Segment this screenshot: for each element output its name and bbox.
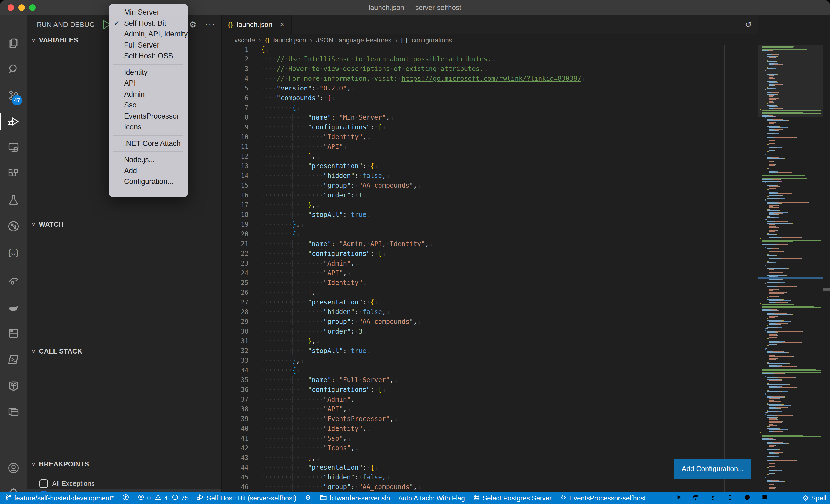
breadcrumb-item[interactable]: launch.json <box>274 36 306 44</box>
checkbox-unchecked[interactable] <box>39 479 48 488</box>
code-line[interactable]: 37················"Admin",↓ <box>222 395 758 404</box>
debug-settings-gear-icon[interactable]: ⚙ <box>189 15 196 34</box>
code-line[interactable]: 4····//·For·more·information,·visit:·htt… <box>222 74 758 83</box>
code-line[interactable]: 9············"configurations":·[↓ <box>222 122 758 132</box>
menu-item-min-server[interactable]: Min Server <box>109 7 188 18</box>
scrollbar-thumb[interactable] <box>823 289 830 291</box>
section-breakpoints[interactable]: ∨ BREAKPOINTS <box>27 458 221 470</box>
sidebar-more-actions-icon[interactable]: ··· <box>205 15 216 34</box>
code-line[interactable]: 41················"Sso",↓ <box>222 434 758 443</box>
menu-item-sso[interactable]: Sso <box>109 100 188 111</box>
code-line[interactable]: 18············"stopAll":·true↓ <box>222 210 758 220</box>
search-icon[interactable] <box>0 57 27 81</box>
code-line[interactable]: 15················"group":·"AA_compounds… <box>222 181 758 191</box>
code-line[interactable]: 23················"Admin",↓ <box>222 259 758 268</box>
postgresql-icon[interactable] <box>0 374 27 398</box>
breadcrumb-item[interactable]: configurations <box>412 36 452 44</box>
breadcrumb-item[interactable]: .vscode <box>233 36 255 44</box>
code-line[interactable]: 17············},↓ <box>222 200 758 210</box>
step-out-icon[interactable] <box>726 494 734 503</box>
code-line[interactable]: 20········{↓ <box>222 229 758 239</box>
code-line[interactable]: 40················"Identity",↓ <box>222 424 758 434</box>
code-area[interactable]: 1{↓2····//·Use·IntelliSense·to·learn·abo… <box>222 44 758 492</box>
tab-close-icon[interactable]: × <box>280 20 284 29</box>
code-line[interactable]: 13············"presentation":·{↓ <box>222 161 758 171</box>
minimap[interactable] <box>758 15 823 492</box>
extensions-icon[interactable] <box>0 162 27 186</box>
step-into-icon[interactable] <box>709 494 716 503</box>
code-line[interactable]: 26············],↓ <box>222 288 758 297</box>
run-and-debug-icon[interactable] <box>0 109 27 134</box>
menu-item-full-server[interactable]: Full Server <box>109 40 188 51</box>
add-configuration-button[interactable]: Add Configuration... <box>674 459 752 479</box>
account-icon[interactable] <box>0 456 27 480</box>
section-call-stack[interactable]: ∨ CALL STACK <box>27 345 221 357</box>
code-line[interactable]: 1{↓ <box>222 44 758 54</box>
code-line[interactable]: 14················"hidden":·false,↓ <box>222 171 758 181</box>
remote-explorer-icon[interactable] <box>0 136 27 160</box>
step-over-icon[interactable] <box>692 494 699 503</box>
menu-item-api[interactable]: API <box>109 78 188 89</box>
menu-item-self-host-oss[interactable]: Self Host: OSS <box>109 51 188 62</box>
breadcrumb-item[interactable]: JSON Language Features <box>316 36 391 44</box>
code-line[interactable]: 46················"group":·"AA_compounds… <box>222 482 758 492</box>
code-line[interactable]: 32············"stopAll":·true↓ <box>222 346 758 356</box>
status-item[interactable]: 4 <box>155 494 168 502</box>
code-line[interactable]: 29················"group":·"AA_compounds… <box>222 317 758 327</box>
overview-ruler[interactable] <box>823 15 830 492</box>
continue-icon[interactable] <box>674 494 682 503</box>
code-line[interactable]: 21············"name":·"Admin,·API,·Ident… <box>222 239 758 249</box>
menu-item-admin[interactable]: Admin <box>109 89 188 100</box>
menu-item-icons[interactable]: Icons <box>109 122 188 133</box>
status-item[interactable]: Self Host: Bit (server-selfhost) <box>197 494 296 503</box>
database-icon[interactable] <box>0 321 27 345</box>
status-item[interactable] <box>305 494 312 502</box>
code-line[interactable]: 22············"configurations":·[↓ <box>222 249 758 259</box>
status-item[interactable]: EventsProcessor-selfhost <box>560 494 646 502</box>
minimap-slider[interactable] <box>758 44 823 117</box>
code-line[interactable]: 39················"EventsProcessor",↓ <box>222 414 758 424</box>
live-share-icon[interactable] <box>0 269 27 293</box>
window-panels-icon[interactable] <box>0 400 27 424</box>
menu-item-self-host-bit[interactable]: ✓Self Host: Bit <box>109 18 188 29</box>
code-line[interactable]: 2····//·Use·IntelliSense·to·learn·about·… <box>222 54 758 64</box>
git-graph-icon[interactable] <box>0 214 27 238</box>
tab-launch-json[interactable]: {} launch.json × <box>222 15 291 34</box>
code-line[interactable]: 28················"hidden":·false,↓ <box>222 307 758 317</box>
code-line[interactable]: 25················"Identity"↓ <box>222 278 758 288</box>
code-line[interactable]: 38················"API",↓ <box>222 404 758 414</box>
menu-item-net-core-attach[interactable]: .NET Core Attach <box>109 138 188 149</box>
code-line[interactable]: 42················"Icons",↓ <box>222 443 758 453</box>
explorer-icon[interactable] <box>0 31 27 56</box>
status-item[interactable] <box>122 494 129 503</box>
copilot-icon[interactable]: {ᴗ} <box>0 240 27 265</box>
code-line[interactable]: 31············},↓ <box>222 336 758 346</box>
status-item[interactable]: bitwarden-server.sln <box>320 494 390 503</box>
code-line[interactable]: 30················"order":·3↓ <box>222 327 758 336</box>
code-line[interactable]: 5····"version":·"0.2.0",↓ <box>222 83 758 93</box>
menu-item-admin-api-identity[interactable]: Admin, API, Identity <box>109 29 188 40</box>
code-line[interactable]: 12············],↓ <box>222 152 758 161</box>
testing-icon[interactable] <box>0 188 27 212</box>
code-line[interactable]: 8············"name":·"Min·Server",↓ <box>222 113 758 122</box>
menu-item-node-js[interactable]: Node.js... <box>109 154 188 165</box>
status-item[interactable]: feature/self-hosted-development* <box>5 494 114 502</box>
breakpoint-row[interactable]: All Exceptions <box>27 477 221 490</box>
docker-icon[interactable] <box>0 295 27 319</box>
powershell-icon[interactable] <box>0 347 27 372</box>
status-item[interactable]: 0 <box>137 494 151 502</box>
menu-item-eventsprocessor[interactable]: EventsProcessor <box>109 111 188 122</box>
restart-icon[interactable] <box>743 494 751 503</box>
stop-icon[interactable] <box>761 494 768 503</box>
code-line[interactable]: 33········},↓ <box>222 356 758 365</box>
status-item[interactable]: Auto Attach: With Flag <box>398 494 465 502</box>
menu-item-identity[interactable]: Identity <box>109 67 188 78</box>
pause-icon[interactable] <box>657 494 665 503</box>
code-line[interactable]: 19········},↓ <box>222 220 758 229</box>
status-item[interactable]: Select Postgres Server <box>473 494 552 502</box>
section-watch[interactable]: ∨ WATCH <box>27 218 221 230</box>
code-line[interactable]: 6····"compounds":·[↓ <box>222 93 758 103</box>
problems-status[interactable]: 0475 <box>137 494 189 502</box>
menu-item-add-configuration[interactable]: Add Configuration... <box>109 165 188 176</box>
code-line[interactable]: 10················"Identity",↓ <box>222 132 758 142</box>
